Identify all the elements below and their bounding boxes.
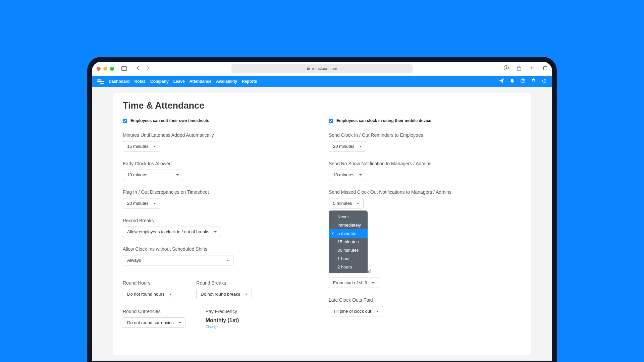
missed-out-label: Send Missed Clock Out Notifications to M… [329,189,521,195]
logo-icon[interactable] [97,79,104,84]
pay-freq-value: Monthly (1st) [206,317,239,323]
nav-leave[interactable]: Leave [173,79,185,84]
round-breaks-select[interactable]: Do not round breaks [196,289,252,299]
svg-rect-0 [122,67,127,71]
caret-down-icon [176,174,179,176]
mobile-clockin-label: Employees can clock in using their mobil… [336,118,431,123]
caret-down-icon [178,322,181,323]
nav-arrows [136,66,150,72]
new-tab-icon[interactable] [529,65,534,72]
late-paid-select[interactable]: Till time of clock out [329,306,383,316]
device-frame: rotacloud.com Dashboard Rotas Company Le… [87,57,557,362]
edit-timesheets-row: Employees can edit their own timesheets [123,118,315,123]
left-column: Employees can edit their own timesheets … [123,118,315,339]
help-icon[interactable] [521,78,525,84]
caret-down-icon [153,146,156,147]
url-text: rotacloud.com [312,66,337,71]
nav-left: Dashboard Rotas Company Leave Attendance… [97,79,257,84]
round-hours-select[interactable]: Do not round hours [123,289,176,299]
round-currencies-label: Round Currencies [123,309,185,314]
traffic-lights [97,67,114,71]
no-show-label: Send No Show Notification to Managers / … [329,161,521,166]
caret-down-icon [376,311,379,312]
bell-icon[interactable] [510,78,515,84]
missed-out-select[interactable]: 5 minutes [329,198,364,208]
round-currencies-select[interactable]: Do not round currencies [123,317,185,328]
dropdown-option[interactable]: 1 hour [329,254,368,263]
early-paid-select[interactable]: From start of shift [329,278,379,288]
dropdown-option[interactable]: Never [329,213,368,221]
nav-rotas[interactable]: Rotas [135,79,146,84]
svg-rect-9 [544,66,547,70]
lock-icon [307,66,310,71]
reminders-label: Send Clock In / Out Reminders to Employe… [329,132,521,138]
pay-freq-label: Pay Frequency [206,309,239,314]
url-bar[interactable]: rotacloud.com [231,64,413,73]
browser-chrome: rotacloud.com [92,62,552,76]
early-clock-select[interactable]: 10 minutes [123,170,183,180]
gear-icon[interactable] [531,78,536,84]
dropdown-option[interactable]: 15 minutes [329,238,368,246]
forward-icon[interactable] [146,66,150,72]
pay-freq-change-link[interactable]: Change [206,325,219,329]
missed-out-dropdown-menu: NeverImmediately5 minutes15 minutes30 mi… [329,210,368,273]
nav-availability[interactable]: Availability [216,79,237,84]
nav-company[interactable]: Company [150,79,169,84]
nav-right [499,78,547,84]
caret-down-icon [153,203,156,204]
svg-rect-2 [307,68,310,70]
right-column: Employees can clock in using their mobil… [329,118,521,339]
edit-timesheets-checkbox[interactable] [123,119,127,123]
no-show-select[interactable]: 10 minutes [329,170,366,180]
settings-columns: Employees can edit their own timesheets … [123,118,521,339]
reminders-select[interactable]: 20 minutes [329,141,366,152]
caret-down-icon [169,294,172,295]
tabs-icon[interactable] [542,65,547,72]
caret-down-icon [226,260,229,261]
content-area: Time & Attendance Employees can edit the… [92,87,552,361]
dropdown-option[interactable]: 2 hours [329,263,368,271]
power-icon[interactable] [542,78,547,84]
caret-down-icon [357,203,359,204]
caret-down-icon [359,174,362,176]
caret-down-icon [214,231,217,233]
back-icon[interactable] [136,66,140,72]
settings-card: Time & Attendance Employees can edit the… [113,93,531,355]
caret-down-icon [359,146,362,147]
nav-attendance[interactable]: Attendance [190,79,211,84]
mobile-clockin-row: Employees can clock in using their mobil… [329,118,521,123]
late-paid-label: Late Clock Outs Paid [329,297,521,303]
lateness-label: Minutes Until Lateness Added Automatical… [123,132,315,138]
nav-reports[interactable]: Reports [242,79,257,84]
early-clock-label: Early Clock Ins Allowed [123,161,315,166]
page-title: Time & Attendance [123,101,521,111]
close-window-button[interactable] [97,67,101,71]
nav-dashboard[interactable]: Dashboard [109,79,130,84]
allow-unscheduled-label: Allow Clock Ins without Scheduled Shifts [123,246,315,252]
dropdown-option[interactable]: Immediately [329,221,368,229]
svg-point-11 [523,82,523,82]
download-icon[interactable] [504,65,509,72]
mobile-clockin-checkbox[interactable] [329,119,333,123]
caret-down-icon [245,294,248,295]
dropdown-option[interactable]: 30 minutes [329,246,368,254]
browser-window: rotacloud.com Dashboard Rotas Company Le… [92,62,552,361]
app-nav: Dashboard Rotas Company Leave Attendance… [92,76,552,87]
record-breaks-label: Record Breaks [123,218,315,223]
caret-down-icon [372,282,375,284]
browser-right-icons [504,65,547,72]
flag-disc-select[interactable]: 20 minutes [123,198,160,208]
sidebar-toggle-icon[interactable] [121,66,127,71]
send-icon[interactable] [499,78,504,84]
maximize-window-button[interactable] [110,67,114,71]
round-hours-label: Round Hours [123,280,176,286]
lateness-select[interactable]: 15 minutes [123,141,160,152]
record-breaks-select[interactable]: Allow employees to clock in / out of bre… [123,227,221,237]
share-icon[interactable] [517,65,521,72]
allow-unscheduled-select[interactable]: Always [123,255,233,265]
edit-timesheets-label: Employees can edit their own timesheets [130,118,209,123]
dropdown-option[interactable]: 5 minutes [329,229,368,238]
minimize-window-button[interactable] [103,67,107,71]
round-breaks-label: Round Breaks [196,280,252,286]
flag-disc-label: Flag In / Out Discrepancies on Timesheet [123,189,315,195]
